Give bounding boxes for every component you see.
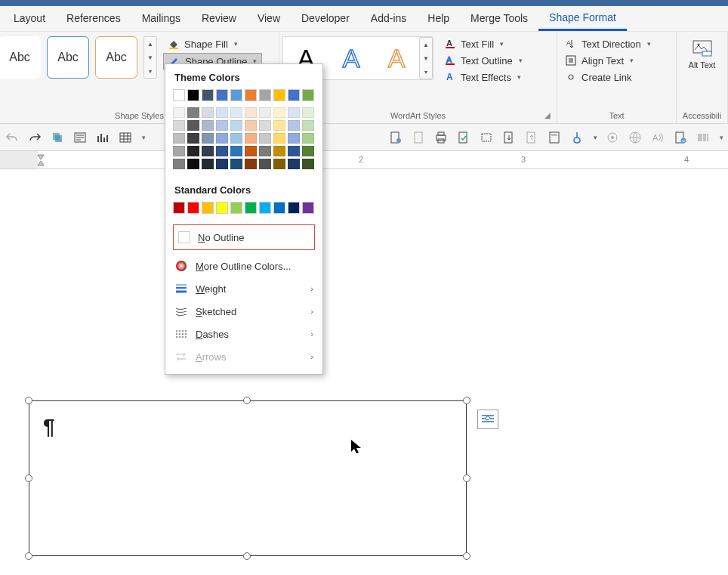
shade-swatch-6-0[interactable] xyxy=(259,107,271,118)
shade-swatch-2-2[interactable] xyxy=(202,133,214,144)
read-aloud-icon[interactable]: A xyxy=(650,130,665,145)
tab-layout[interactable]: Layout xyxy=(3,8,56,29)
tab-shape-format[interactable]: Shape Format xyxy=(538,7,627,31)
shade-swatch-2-3[interactable] xyxy=(202,146,214,156)
doc-refresh-icon[interactable] xyxy=(673,130,688,145)
shade-swatch-6-1[interactable] xyxy=(259,120,271,131)
shade-swatch-6-2[interactable] xyxy=(259,133,271,144)
resize-handle-ne[interactable] xyxy=(463,397,470,404)
shape-style-tile-1[interactable]: Abc xyxy=(0,36,41,79)
tab-help[interactable]: Help xyxy=(417,8,460,29)
chart-icon[interactable] xyxy=(95,130,110,145)
shade-swatch-1-1[interactable] xyxy=(187,120,199,131)
globe-icon[interactable] xyxy=(628,130,643,145)
dashes-item[interactable]: Dashes › xyxy=(165,323,322,345)
horizontal-ruler[interactable]: 234 xyxy=(0,151,728,169)
resize-handle-n[interactable] xyxy=(243,397,251,404)
standard-swatch-9[interactable] xyxy=(302,202,314,214)
theme-swatch-1[interactable] xyxy=(187,89,199,101)
resize-handle-nw[interactable] xyxy=(25,397,32,404)
shade-swatch-0-2[interactable] xyxy=(173,133,185,144)
resize-handle-e[interactable] xyxy=(463,475,470,482)
text-direction-button[interactable]: A Text Direction▾ xyxy=(560,36,656,51)
shade-swatch-2-4[interactable] xyxy=(202,159,214,169)
shade-swatch-4-1[interactable] xyxy=(230,120,242,131)
shade-swatch-9-2[interactable] xyxy=(302,133,314,144)
theme-swatch-2[interactable] xyxy=(202,89,214,101)
theme-swatch-6[interactable] xyxy=(259,89,271,101)
table-icon[interactable] xyxy=(118,130,133,145)
standard-swatch-7[interactable] xyxy=(273,202,285,214)
standard-swatch-0[interactable] xyxy=(173,202,185,214)
bounding-box-icon[interactable] xyxy=(479,130,494,145)
shade-swatch-7-0[interactable] xyxy=(273,107,285,118)
theme-swatch-9[interactable] xyxy=(302,89,314,101)
tab-mailings[interactable]: Mailings xyxy=(131,8,191,29)
more-outline-colors-item[interactable]: More Outline Colors... xyxy=(165,255,322,277)
shade-swatch-2-0[interactable] xyxy=(202,107,214,118)
text-outline-button[interactable]: A Text Outline▾ xyxy=(440,53,527,68)
theme-swatch-4[interactable] xyxy=(230,89,242,101)
shape-style-tile-2[interactable]: Abc xyxy=(47,36,89,79)
resize-handle-s[interactable] xyxy=(243,552,251,560)
form-icon[interactable] xyxy=(72,130,88,145)
layers-icon[interactable] xyxy=(50,130,65,145)
resize-handle-w[interactable] xyxy=(25,475,32,482)
standard-swatch-4[interactable] xyxy=(230,202,242,214)
tab-references[interactable]: References xyxy=(56,8,131,29)
shape-style-more[interactable]: ▲▼▾ xyxy=(143,36,157,79)
align-text-button[interactable]: Align Text▾ xyxy=(560,53,656,68)
standard-swatch-2[interactable] xyxy=(202,202,214,214)
sketched-item[interactable]: Sketched › xyxy=(165,300,322,323)
shade-swatch-3-3[interactable] xyxy=(216,146,228,156)
standard-swatch-1[interactable] xyxy=(187,202,199,214)
shade-swatch-2-1[interactable] xyxy=(202,120,214,131)
shade-swatch-9-4[interactable] xyxy=(302,159,314,169)
shade-swatch-8-3[interactable] xyxy=(288,146,300,156)
shade-swatch-1-2[interactable] xyxy=(187,133,199,144)
shade-swatch-7-1[interactable] xyxy=(273,120,285,131)
weight-item[interactable]: Weight › xyxy=(165,277,322,300)
tab-addins[interactable]: Add-ins xyxy=(360,8,417,29)
shade-swatch-5-0[interactable] xyxy=(245,107,257,118)
chevron-down-icon[interactable]: ▾ xyxy=(594,134,597,141)
undo-icon[interactable] xyxy=(5,130,20,145)
standard-swatch-3[interactable] xyxy=(216,202,228,214)
shade-swatch-8-1[interactable] xyxy=(288,120,300,131)
shade-swatch-7-2[interactable] xyxy=(273,133,285,144)
shade-swatch-7-4[interactable] xyxy=(273,159,285,169)
tab-view[interactable]: View xyxy=(247,8,291,29)
doc-properties-icon[interactable] xyxy=(388,130,403,145)
theme-swatch-3[interactable] xyxy=(216,89,228,101)
shade-swatch-5-4[interactable] xyxy=(245,159,257,169)
theme-swatch-0[interactable] xyxy=(173,89,185,101)
document-canvas[interactable]: ¶ xyxy=(0,169,728,575)
print-icon[interactable] xyxy=(433,130,449,145)
doc-up-icon[interactable] xyxy=(524,130,539,145)
shade-swatch-8-4[interactable] xyxy=(288,159,300,169)
shade-swatch-4-4[interactable] xyxy=(230,159,242,169)
alt-text-button[interactable]: Alt Text xyxy=(681,36,723,73)
shade-swatch-5-1[interactable] xyxy=(245,120,257,131)
text-fill-button[interactable]: A Text Fill▾ xyxy=(440,36,527,51)
calc-icon[interactable] xyxy=(547,130,562,145)
chevron-down-icon[interactable]: ▾ xyxy=(142,134,146,141)
barcode-icon[interactable] xyxy=(696,130,711,145)
shade-swatch-7-3[interactable] xyxy=(273,146,285,156)
shade-swatch-1-4[interactable] xyxy=(187,159,199,169)
shade-swatch-3-1[interactable] xyxy=(216,120,228,131)
shade-swatch-8-0[interactable] xyxy=(288,107,300,118)
shade-swatch-6-3[interactable] xyxy=(259,146,271,156)
tab-review[interactable]: Review xyxy=(191,8,247,29)
wordart-more[interactable]: ▲▼▾ xyxy=(419,37,433,79)
indent-markers-icon[interactable] xyxy=(35,153,50,167)
resize-handle-sw[interactable] xyxy=(25,552,32,560)
standard-swatch-8[interactable] xyxy=(288,202,300,214)
shade-swatch-3-0[interactable] xyxy=(216,107,228,118)
redo-icon[interactable] xyxy=(27,130,42,145)
shade-swatch-9-0[interactable] xyxy=(302,107,314,118)
text-effects-button[interactable]: A Text Effects▾ xyxy=(440,70,527,85)
shade-swatch-0-1[interactable] xyxy=(173,120,185,131)
shade-swatch-5-3[interactable] xyxy=(245,146,257,156)
chevron-down-icon[interactable]: ▾ xyxy=(720,134,723,141)
